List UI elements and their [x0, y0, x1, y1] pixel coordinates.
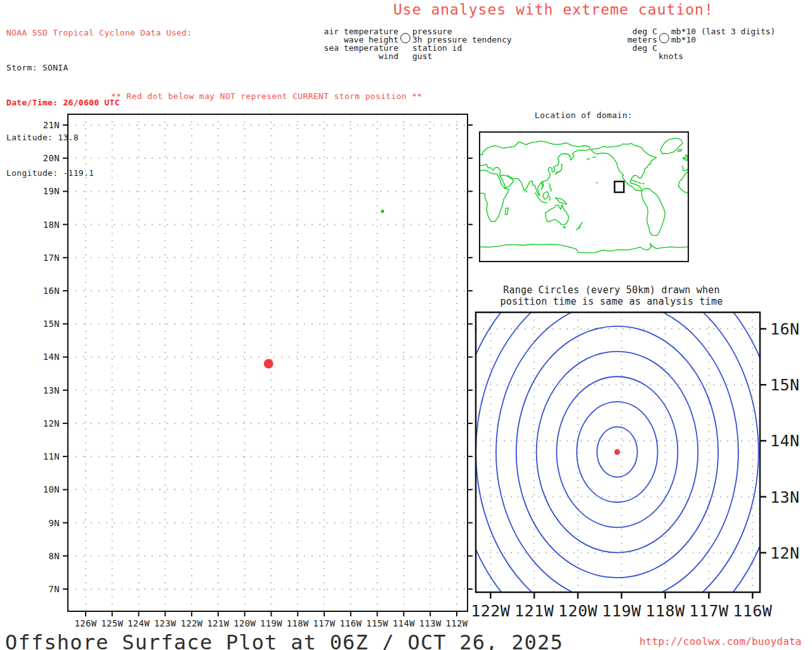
x-tick-label: 126W [75, 618, 97, 628]
coastline [596, 182, 598, 183]
x-tick-label: 121W [207, 618, 229, 628]
main-surface-plot: 126W125W124W123W122W121W120W119W118W117W… [25, 108, 482, 635]
x-tick-label: 125W [101, 618, 123, 628]
plot-main-title: Offshore Surface Plot at 06Z / OCT 26, 2… [5, 630, 563, 650]
domain-box [615, 182, 624, 192]
coastline [631, 180, 637, 182]
station-circle-icon [400, 33, 410, 43]
units-circle-icon [659, 33, 669, 43]
legend-right-label: gust [412, 52, 558, 60]
y-tick-label: 14N [770, 432, 800, 450]
units-legend: deg Cmb*10 (last 3 digits)metersmb*10deg… [606, 27, 812, 60]
y-tick-label: 17N [43, 253, 60, 263]
coastline [480, 170, 509, 222]
coastline [500, 175, 514, 188]
coastline [555, 197, 566, 204]
x-tick-label: 119W [602, 602, 642, 620]
coastline [549, 183, 552, 192]
y-tick-label: 15N [770, 376, 800, 394]
y-tick-label: 16N [43, 286, 60, 296]
storm-position-warning: ** Red dot below may NOT represent CURRE… [111, 91, 422, 101]
x-tick-label: 118W [287, 618, 309, 628]
legend-left-label [606, 52, 657, 60]
y-tick-label: 7N [49, 584, 60, 594]
station-model-legend: air temperaturepressurewave height3h pre… [265, 27, 558, 60]
coastline [685, 155, 688, 161]
coastline [543, 192, 549, 199]
x-tick-label: 117W [313, 618, 336, 628]
coastline [526, 190, 527, 192]
x-tick-label: 120W [558, 602, 598, 620]
y-tick-label: 10N [43, 484, 60, 494]
world-locator-map [476, 128, 695, 265]
x-tick-label: 114W [393, 618, 415, 628]
coastline [641, 189, 665, 235]
y-tick-label: 12N [770, 544, 800, 562]
coastlines-group [480, 138, 688, 253]
range-circles-plot: 122W121W120W119W118W117W116W16N15N14N13N… [463, 306, 812, 630]
x-tick-label: 115W [366, 618, 388, 628]
coastline [505, 208, 508, 215]
map-border [480, 132, 688, 262]
offshore-surface-plot-page: { "colors": { "salmon_red": "#f2534e", "… [0, 0, 812, 650]
coastline [535, 193, 547, 203]
coastline [678, 149, 682, 151]
legend-right-label: mb*10 [671, 36, 812, 44]
coastline [549, 196, 551, 200]
x-tick-label: 116W [339, 618, 362, 628]
x-tick-label: 121W [514, 602, 554, 620]
legend-left-label: wind [265, 52, 398, 60]
coastline [679, 171, 689, 193]
x-tick-label: 117W [689, 602, 729, 620]
x-tick-label: 122W [181, 618, 203, 628]
storm-name-line: Storm: SONIA [6, 62, 192, 74]
y-tick-label: 16N [770, 320, 800, 338]
y-tick-label: 20N [43, 153, 60, 163]
x-tick-label: 119W [260, 618, 282, 628]
y-tick-label: 15N [43, 319, 60, 329]
y-tick-label: 19N [43, 186, 60, 196]
coastline [563, 227, 565, 229]
coastline [587, 159, 590, 159]
y-tick-label: 12N [43, 418, 60, 428]
y-tick-label: 8N [49, 551, 60, 561]
legend-right-label: knots [658, 52, 812, 60]
coastline [593, 157, 596, 157]
legend-gap [398, 44, 412, 52]
x-tick-label: 120W [233, 618, 256, 628]
range-circles-title: Range Circles (every 50km) drawn when po… [463, 284, 760, 307]
island-mark [381, 209, 384, 213]
y-tick-label: 9N [49, 518, 60, 528]
y-tick-label: 11N [43, 451, 60, 461]
data-source-line: NOAA SSD Tropical Cyclone Data Used: [6, 27, 192, 39]
coastline [643, 183, 645, 184]
y-tick-label: 14N [43, 352, 60, 362]
source-url-link[interactable]: http://coolwx.com/buoydata [639, 635, 802, 647]
storm-center-dot [614, 449, 620, 455]
y-tick-label: 18N [43, 220, 60, 230]
legend-right-label [671, 44, 812, 52]
coastline [546, 204, 569, 224]
x-tick-label: 113W [419, 618, 442, 628]
legend-right-label: station id [412, 44, 558, 52]
coastline [638, 183, 641, 183]
coastline [480, 243, 688, 253]
storm-position-dot [264, 359, 273, 368]
domain-map-title: Location of domain: [476, 110, 691, 120]
y-tick-label: 13N [770, 488, 800, 507]
range-title-line1: Range Circles (every 50km) drawn when [463, 284, 760, 296]
x-tick-label: 116W [733, 602, 773, 620]
y-tick-label: 13N [43, 385, 60, 395]
x-tick-label: 124W [128, 618, 150, 628]
coastline [576, 222, 583, 230]
coastline [480, 141, 590, 196]
legend-left-label: deg C [606, 44, 657, 52]
coastline [683, 166, 688, 170]
legend-gap [398, 52, 412, 60]
coastline [591, 149, 642, 191]
caution-headline: Use analyses with extreme caution! [393, 1, 714, 18]
y-tick-label: 21N [43, 120, 60, 130]
x-tick-label: 123W [154, 618, 176, 628]
coastline [683, 157, 684, 159]
x-tick-label: 118W [646, 602, 686, 620]
